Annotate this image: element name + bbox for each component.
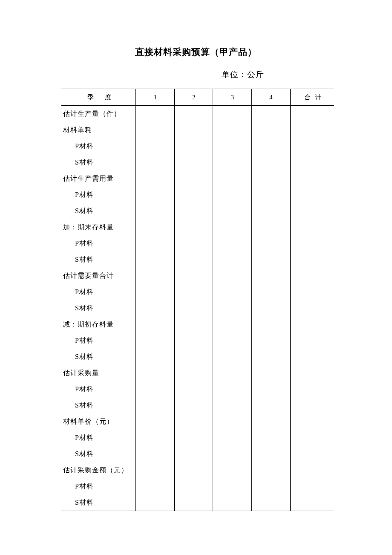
cell-q4 [252,235,291,251]
cell-q1 [136,300,175,316]
cell-q3 [213,106,252,122]
cell-q4 [252,365,291,381]
cell-q1 [136,251,175,268]
table-row: P材料 [61,332,334,349]
cell-q1 [136,138,175,154]
cell-q3 [213,284,252,300]
cell-q3 [213,478,252,494]
cell-q3 [213,171,252,187]
cell-total [290,154,334,171]
cell-q1 [136,171,175,187]
row-label: S材料 [61,349,136,365]
cell-q2 [174,332,213,349]
table-row: 估计采购金额（元） [61,462,334,478]
header-q4: 4 [252,89,291,106]
cell-q1 [136,332,175,349]
cell-q3 [213,430,252,446]
row-label: 材料单耗 [61,122,136,138]
cell-q3 [213,122,252,138]
cell-q2 [174,154,213,171]
cell-total [290,203,334,219]
row-label: 估计生产量（件） [61,106,136,122]
cell-q1 [136,187,175,203]
table-body: 估计生产量（件）材料单耗P材料S材料估计生产需用量P材料S材料加：期末存料量P材… [61,106,334,511]
cell-q1 [136,413,175,430]
cell-q3 [213,154,252,171]
row-label: P材料 [61,430,136,446]
table-row: S材料 [61,349,334,365]
cell-total [290,365,334,381]
cell-q2 [174,122,213,138]
header-q2: 2 [174,89,213,106]
cell-total [290,251,334,268]
cell-q2 [174,235,213,251]
cell-q3 [213,332,252,349]
header-q3: 3 [213,89,252,106]
cell-q1 [136,106,175,122]
table-row: 减：期初存料量 [61,316,334,332]
row-label: P材料 [61,284,136,300]
cell-q3 [213,268,252,284]
cell-q2 [174,106,213,122]
cell-q2 [174,187,213,203]
row-label: P材料 [61,235,136,251]
cell-q4 [252,462,291,478]
cell-q2 [174,397,213,413]
cell-q4 [252,300,291,316]
table-row: 估计需要量合计 [61,268,334,284]
cell-q2 [174,300,213,316]
cell-total [290,106,334,122]
cell-q2 [174,349,213,365]
cell-q2 [174,462,213,478]
cell-total [290,349,334,365]
cell-q1 [136,478,175,494]
cell-q3 [213,381,252,397]
cell-q1 [136,349,175,365]
cell-q1 [136,494,175,511]
cell-q4 [252,349,291,365]
cell-total [290,381,334,397]
header-total: 合计 [290,89,334,106]
table-row: 估计采购量 [61,365,334,381]
cell-q3 [213,300,252,316]
cell-q4 [252,494,291,511]
cell-total [290,462,334,478]
cell-total [290,187,334,203]
cell-q2 [174,430,213,446]
cell-total [290,494,334,511]
cell-q2 [174,316,213,332]
table-row: S材料 [61,446,334,462]
row-label: P材料 [61,478,136,494]
cell-q2 [174,268,213,284]
cell-q3 [213,235,252,251]
cell-q1 [136,430,175,446]
cell-q1 [136,284,175,300]
cell-q4 [252,187,291,203]
table-row: S材料 [61,397,334,413]
cell-q3 [213,365,252,381]
header-q1: 1 [136,89,175,106]
cell-q3 [213,494,252,511]
table-row: P材料 [61,430,334,446]
page: 直接材料采购预算（甲产品） 单位：公斤 季度 1 2 3 4 合计 估计生产量（… [0,0,392,537]
cell-total [290,397,334,413]
cell-q1 [136,462,175,478]
cell-total [290,268,334,284]
cell-total [290,300,334,316]
cell-q1 [136,219,175,235]
cell-q1 [136,397,175,413]
cell-q4 [252,251,291,268]
cell-q1 [136,381,175,397]
table-row: P材料 [61,381,334,397]
row-label: 估计生产需用量 [61,171,136,187]
cell-total [290,138,334,154]
cell-q2 [174,284,213,300]
cell-q3 [213,187,252,203]
cell-q4 [252,478,291,494]
table-row: P材料 [61,478,334,494]
row-label: S材料 [61,300,136,316]
cell-q1 [136,154,175,171]
table-row: 加：期末存料量 [61,219,334,235]
cell-q1 [136,316,175,332]
cell-q2 [174,365,213,381]
